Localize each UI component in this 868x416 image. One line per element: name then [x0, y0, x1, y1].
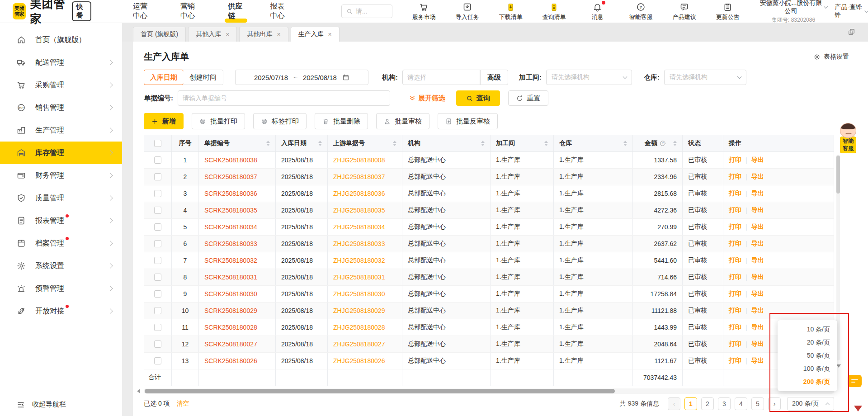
page-button-2[interactable]: 2	[701, 397, 714, 410]
export-link[interactable]: 导出	[751, 273, 764, 281]
global-search-input[interactable]	[356, 8, 387, 15]
sidebar-item-warehouse[interactable]: 库存管理	[0, 142, 122, 164]
batch-audit-button[interactable]: 批量审核	[376, 113, 429, 129]
sidebar-item-report[interactable]: 报表管理	[0, 209, 122, 232]
sort-icon[interactable]	[620, 141, 627, 146]
print-link[interactable]: 打印	[729, 323, 741, 331]
row-checkbox[interactable]	[154, 324, 161, 331]
print-link[interactable]: 打印	[729, 273, 741, 281]
doc-no-link[interactable]: SCRK2508180038	[204, 156, 257, 164]
row-checkbox[interactable]	[154, 223, 161, 231]
sort-icon[interactable]	[541, 141, 548, 146]
row-checkbox[interactable]	[154, 340, 161, 348]
upstream-doc-link[interactable]: ZHJG2508180032	[333, 257, 385, 264]
table-settings-button[interactable]: 表格设置	[813, 53, 849, 61]
label-print-button[interactable]: 标签打印	[253, 113, 307, 129]
company-switcher[interactable]: 安徽蒸小皖...股份有限公司 集团号: 83202086	[760, 0, 828, 24]
doc-no-link[interactable]: SCRK2508180028	[204, 324, 257, 331]
search-button[interactable]: 查询	[456, 90, 500, 106]
tab-close-icon[interactable]: ×	[226, 31, 229, 38]
row-checkbox[interactable]	[154, 357, 161, 364]
sidebar-item-shield[interactable]: 质量管理	[0, 187, 122, 209]
doc-no-link[interactable]: SCRK2508180032	[204, 257, 257, 264]
app-logo[interactable]: 美团 管家 美团管家 快餐	[0, 0, 91, 26]
org-input[interactable]	[402, 70, 480, 85]
sidebar-item-buy[interactable]: BUY 销售管理	[0, 96, 122, 119]
sidebar-item-gear[interactable]: 系统设置	[0, 255, 122, 277]
column-header-5[interactable]: 加工间	[491, 135, 554, 151]
upstream-doc-link[interactable]: ZHJG2508180030	[333, 290, 385, 298]
tab-2[interactable]: 其他出库 ×	[239, 27, 288, 42]
add-button[interactable]: 新增	[144, 113, 184, 129]
print-link[interactable]: 打印	[729, 206, 741, 214]
print-link[interactable]: 打印	[729, 189, 741, 198]
doc-no-link[interactable]: SCRK2508180034	[204, 223, 257, 231]
batch-unaudit-button[interactable]: 批量反审核	[438, 113, 498, 129]
export-link[interactable]: 导出	[751, 307, 764, 315]
row-checkbox[interactable]	[154, 156, 161, 164]
row-checkbox[interactable]	[154, 240, 161, 247]
row-checkbox[interactable]	[154, 190, 161, 197]
warehouse-select[interactable]: 请先选择机构	[664, 70, 746, 85]
upstream-doc-link[interactable]: ZHJG2508180034	[333, 223, 385, 231]
upstream-doc-link[interactable]: ZHJG2508180031	[333, 274, 385, 281]
sidebar-item-home[interactable]: 首页（旗舰版）	[0, 28, 122, 51]
tab-3[interactable]: 生产入库 ×	[291, 27, 340, 42]
quick-action-query[interactable]: 查询清单	[533, 1, 576, 21]
nav-item-2[interactable]: 供应链	[227, 0, 245, 23]
smart-assistant-mascot[interactable]: 智能 客服	[838, 123, 858, 153]
page-button-3[interactable]: 3	[718, 397, 731, 410]
global-search[interactable]	[341, 5, 392, 18]
column-header-7[interactable]: 金额 ?	[633, 135, 683, 151]
export-link[interactable]: 导出	[751, 323, 764, 331]
doc-no-link[interactable]: SCRK2508180036	[204, 190, 257, 197]
page-size-select[interactable]: 200 条/页	[787, 397, 834, 411]
export-link[interactable]: 导出	[751, 223, 764, 231]
column-header-3[interactable]: 上游单据号	[328, 135, 402, 151]
export-link[interactable]: 导出	[751, 206, 764, 214]
page-scroll-down-arrow[interactable]	[854, 406, 862, 411]
sidebar-item-cart[interactable]: 采购管理	[0, 74, 122, 96]
horizontal-scrollbar[interactable]	[144, 388, 834, 394]
nav-item-3[interactable]: 报表中心	[269, 0, 292, 23]
upstream-doc-link[interactable]: ZHJG2508180008	[333, 156, 385, 164]
quick-action-service[interactable]: ?智能客服	[619, 1, 663, 21]
page-size-option[interactable]: 100 条/页	[778, 362, 837, 375]
print-link[interactable]: 打印	[729, 357, 741, 365]
chat-float-button[interactable]	[848, 375, 862, 387]
clear-selection-link[interactable]: 清空	[177, 400, 189, 408]
print-link[interactable]: 打印	[729, 173, 741, 181]
row-checkbox[interactable]	[154, 173, 161, 180]
tab-1[interactable]: 其他入库 ×	[188, 27, 237, 42]
export-link[interactable]: 导出	[751, 156, 764, 164]
sort-icon[interactable]	[477, 141, 485, 146]
print-link[interactable]: 打印	[729, 340, 741, 348]
sort-icon[interactable]	[263, 141, 270, 146]
next-page-button[interactable]: ›	[768, 397, 781, 410]
row-checkbox[interactable]	[154, 274, 161, 281]
reset-button[interactable]: 重置	[508, 90, 548, 106]
date-range-picker[interactable]: 2025/07/18 ~ 2025/08/18	[235, 70, 368, 85]
sidebar-item-plug[interactable]: 开放对接	[0, 300, 122, 322]
date-type-created[interactable]: 创建时间	[183, 70, 223, 85]
advanced-button[interactable]: 高级	[480, 70, 508, 85]
upstream-doc-link[interactable]: ZHJG2508180033	[333, 240, 385, 247]
collapse-nav-button[interactable]: 收起导航栏	[17, 400, 66, 409]
user-menu[interactable]: 产品-查锋锋	[835, 3, 868, 19]
page-size-option[interactable]: 200 条/页	[778, 375, 837, 388]
scroll-left-icon[interactable]	[137, 389, 140, 393]
quick-action-download[interactable]: 下载清单	[489, 1, 533, 21]
expand-filters-link[interactable]: 展开筛选	[409, 94, 445, 103]
doc-no-link[interactable]: SCRK2508180026	[204, 357, 257, 364]
row-checkbox[interactable]	[154, 290, 161, 298]
page-button-1[interactable]: 1	[684, 397, 697, 410]
sidebar-item-truck[interactable]: 配送管理	[0, 51, 122, 74]
upstream-doc-link[interactable]: ZHJG2508180027	[333, 340, 385, 348]
quick-action-import[interactable]: 导入任务	[446, 1, 489, 21]
upstream-doc-link[interactable]: ZHJG2508180036	[333, 190, 385, 197]
row-checkbox[interactable]	[154, 257, 161, 264]
page-size-option[interactable]: 50 条/页	[778, 349, 837, 362]
upstream-doc-link[interactable]: ZHJG2508180028	[333, 324, 385, 331]
export-link[interactable]: 导出	[751, 256, 764, 265]
doc-no-link[interactable]: SCRK2508180037	[204, 173, 257, 180]
